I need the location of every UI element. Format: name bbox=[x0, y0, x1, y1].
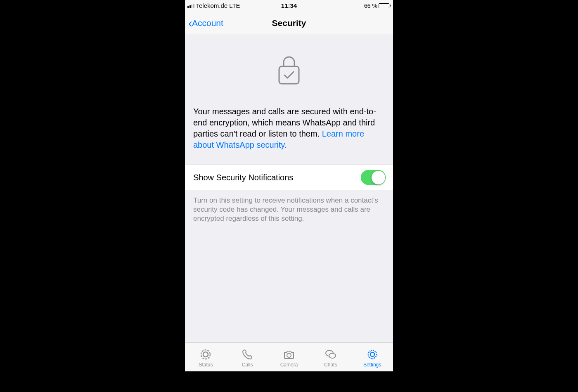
svg-point-5 bbox=[329, 353, 336, 358]
back-button[interactable]: ‹ Account bbox=[185, 17, 223, 29]
svg-point-3 bbox=[287, 353, 291, 357]
phone-icon bbox=[241, 348, 253, 361]
svg-point-6 bbox=[368, 350, 377, 359]
status-icon bbox=[199, 348, 212, 361]
svg-point-7 bbox=[370, 352, 374, 357]
battery-icon bbox=[379, 3, 391, 8]
status-bar-left: Telekom.de LTE bbox=[187, 2, 240, 9]
phone-screen: Telekom.de LTE 11:34 66 % ‹ Account Secu… bbox=[185, 0, 393, 371]
back-label: Account bbox=[192, 18, 223, 28]
gear-icon bbox=[366, 348, 379, 361]
tab-label: Chats bbox=[324, 362, 337, 368]
tab-bar: Status Calls Camera Chats bbox=[185, 342, 393, 371]
show-security-notifications-row: Show Security Notifications bbox=[185, 165, 393, 190]
camera-icon bbox=[283, 348, 295, 361]
tab-chats[interactable]: Chats bbox=[310, 342, 351, 371]
tab-settings[interactable]: Settings bbox=[351, 342, 393, 371]
status-bar-right: 66 % bbox=[364, 2, 391, 9]
signal-icon bbox=[187, 3, 194, 8]
tab-camera[interactable]: Camera bbox=[268, 342, 310, 371]
clock-label: 11:34 bbox=[281, 2, 297, 9]
svg-rect-0 bbox=[279, 66, 299, 84]
tab-label: Camera bbox=[280, 362, 298, 368]
hero-section: Your messages and calls are secured with… bbox=[185, 35, 393, 165]
tab-label: Status bbox=[199, 362, 213, 368]
network-label: LTE bbox=[229, 2, 240, 9]
page-title: Security bbox=[272, 18, 306, 28]
setting-footer-note: Turn on this setting to receive notifica… bbox=[185, 190, 393, 229]
content-area: Your messages and calls are secured with… bbox=[185, 35, 393, 342]
lock-check-icon bbox=[193, 55, 385, 85]
nav-bar: ‹ Account Security bbox=[185, 11, 393, 35]
tab-status[interactable]: Status bbox=[185, 342, 227, 371]
carrier-label: Telekom.de bbox=[196, 2, 228, 9]
tab-label: Calls bbox=[242, 362, 253, 368]
chats-icon bbox=[325, 348, 337, 361]
security-notifications-toggle[interactable] bbox=[361, 170, 386, 185]
tab-calls[interactable]: Calls bbox=[227, 342, 268, 371]
setting-label: Show Security Notifications bbox=[193, 173, 361, 182]
battery-pct-label: 66 % bbox=[364, 2, 377, 9]
svg-point-1 bbox=[201, 350, 210, 359]
svg-point-2 bbox=[203, 352, 208, 357]
status-bar: Telekom.de LTE 11:34 66 % bbox=[185, 0, 393, 11]
encryption-description: Your messages and calls are secured with… bbox=[193, 106, 385, 151]
toggle-knob bbox=[372, 171, 385, 184]
tab-label: Settings bbox=[363, 362, 381, 368]
